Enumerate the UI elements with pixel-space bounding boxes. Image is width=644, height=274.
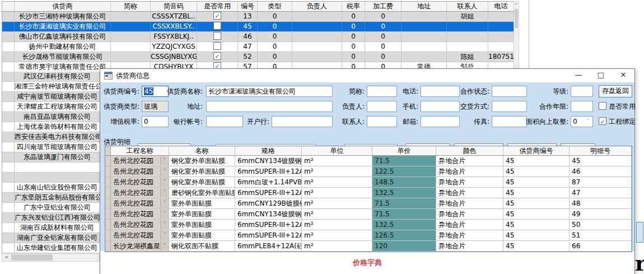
bank-branch-field[interactable]: [272, 116, 333, 127]
cell[interactable]: [2, 62, 15, 72]
column-header[interactable]: 类型: [258, 2, 292, 11]
cell[interactable]: 45: [503, 241, 570, 251]
cell[interactable]: 异地合片: [436, 188, 503, 198]
supplier-list-horizontal-scrollbar[interactable]: <: [2, 253, 100, 262]
cell[interactable]: 异地合片: [436, 198, 503, 208]
cell[interactable]: 0: [258, 42, 292, 52]
checkbox-checked-icon[interactable]: [213, 52, 221, 60]
cell[interactable]: [111, 22, 151, 31]
cell[interactable]: CSSXXBLSY..: [151, 22, 197, 31]
cell[interactable]: 异地合片: [436, 220, 503, 230]
project-bind-checkbox[interactable]: 工程绑定: [599, 116, 636, 127]
cell[interactable]: [111, 32, 151, 41]
cell[interactable]: 0: [342, 32, 365, 41]
cell[interactable]: [488, 32, 514, 41]
cell[interactable]: 48: [570, 198, 632, 208]
cell[interactable]: 岳州北控花园˅: [111, 177, 169, 187]
cell[interactable]: [2, 22, 15, 31]
cell[interactable]: [402, 32, 447, 41]
cell[interactable]: YZZQJCYXGS: [151, 42, 197, 52]
column-header[interactable]: 加工费: [365, 2, 402, 11]
row-header[interactable]: [105, 220, 111, 230]
cell[interactable]: m²: [302, 156, 372, 166]
checkbox-unchecked-icon[interactable]: [213, 42, 221, 50]
cell[interactable]: [111, 12, 151, 21]
cell[interactable]: 钢化室外单面贴膜: [169, 156, 235, 166]
cell[interactable]: [197, 42, 238, 52]
close-button[interactable]: ✕: [612, 69, 634, 82]
cell[interactable]: m²: [302, 188, 372, 198]
table-row[interactable]: 长沙市潇湘玻璃实业有限公司CSSXXBLSY..45000: [2, 22, 514, 32]
cell[interactable]: 6mmCNY129B镀膜钢化: [235, 198, 302, 208]
cell[interactable]: 122.5: [372, 166, 436, 177]
common-checkbox[interactable]: 是否常用: [599, 101, 636, 112]
cell[interactable]: 异地合片: [436, 177, 503, 187]
list-item[interactable]: 东晶玻璃厦门有限公司: [2, 152, 100, 162]
column-header[interactable]: [105, 146, 111, 155]
checkbox-checked-icon[interactable]: [213, 12, 221, 20]
cell[interactable]: 45: [503, 188, 570, 198]
cell[interactable]: [292, 32, 342, 41]
cell[interactable]: 岳州北控花园˅: [111, 156, 169, 166]
chevron-down-icon[interactable]: ˅: [160, 188, 169, 197]
chevron-down-icon[interactable]: ˅: [160, 199, 169, 208]
cell[interactable]: 50: [570, 220, 632, 230]
cell[interactable]: 钢化室外单面贴膜: [169, 166, 235, 177]
cell[interactable]: 0: [365, 32, 402, 41]
list-item[interactable]: 南昌亚晶玻璃有限公司: [2, 112, 100, 122]
cell[interactable]: CSSGJNBLYXGS: [151, 52, 197, 62]
cell[interactable]: 148.5: [372, 177, 436, 187]
cell[interactable]: 室外单面贴膜: [169, 198, 235, 208]
grid-row[interactable]: 岳州北控花园˅磨砂钢化室外单面贴膜6mmSUPER-III+12A(硅...m²…: [105, 188, 632, 198]
cell[interactable]: [2, 12, 15, 21]
list-item[interactable]: 四川南玻节能玻璃有限公司: [2, 142, 100, 152]
cell[interactable]: [197, 32, 238, 41]
cell[interactable]: 45: [503, 166, 570, 177]
cell[interactable]: 胡姐: [447, 12, 488, 21]
scroll-left-icon[interactable]: <: [2, 254, 11, 261]
cell[interactable]: [197, 12, 238, 21]
cell[interactable]: 51: [570, 230, 632, 240]
cell[interactable]: 71.5: [372, 209, 436, 219]
column-header[interactable]: 简音码: [151, 2, 197, 11]
minimize-button[interactable]: —: [567, 69, 590, 82]
cell[interactable]: 长沙市三湘特种玻璃有限公司: [15, 12, 111, 21]
address-field[interactable]: [206, 101, 333, 112]
chevron-down-icon[interactable]: ˅: [160, 210, 169, 219]
chevron-down-icon[interactable]: ˅: [160, 220, 169, 229]
cell[interactable]: [292, 52, 342, 62]
cell[interactable]: 45: [570, 156, 632, 166]
cell[interactable]: 6mmPLE84+12A(硅酮胶...: [235, 241, 302, 251]
cell[interactable]: 异地合片: [436, 230, 503, 240]
column-header[interactable]: 简称: [111, 2, 151, 11]
cell[interactable]: 钢化室外单面贴膜: [169, 177, 235, 187]
list-item[interactable]: 上海优泰装饰材料有限公司: [2, 122, 100, 132]
cell[interactable]: m²: [302, 209, 372, 219]
checkbox-checked-icon[interactable]: [599, 117, 606, 125]
bank-account-field[interactable]: [206, 116, 243, 127]
maximize-button[interactable]: □: [590, 69, 612, 82]
column-header[interactable]: 颜色: [436, 146, 503, 155]
checkbox-unchecked-icon[interactable]: [599, 102, 606, 110]
chevron-down-icon[interactable]: ˅: [584, 117, 592, 126]
list-item[interactable]: 山东华建铝业集团有限公司: [2, 243, 100, 253]
cell[interactable]: 异地合片: [436, 209, 503, 219]
list-item[interactable]: [2, 173, 100, 183]
cell[interactable]: [447, 32, 488, 41]
cell[interactable]: 异地合片: [436, 241, 503, 251]
cell[interactable]: 0: [258, 52, 292, 62]
table-row[interactable]: 长沙晟格节能玻璃有限公司CSSGJNBLYXGS52000陈姐180751: [2, 52, 514, 62]
cell[interactable]: 室外单面贴膜: [169, 209, 235, 219]
cell[interactable]: 异地合片: [436, 166, 503, 177]
cell[interactable]: 45: [503, 156, 570, 166]
cell[interactable]: m²: [302, 230, 372, 240]
cell[interactable]: [402, 52, 447, 62]
column-header[interactable]: 规格: [235, 146, 302, 155]
column-header[interactable]: 单价: [372, 146, 436, 155]
table-row[interactable]: 扬州中勤建材有限公司YZZQJCYXGS47000: [2, 42, 514, 52]
cell[interactable]: [402, 12, 447, 21]
row-header[interactable]: [105, 177, 111, 187]
chevron-down-icon[interactable]: ˅: [160, 242, 169, 250]
list-item[interactable]: 咸宁南玻节能玻璃有限公司: [2, 92, 100, 102]
column-header[interactable]: 明细号: [570, 146, 632, 155]
